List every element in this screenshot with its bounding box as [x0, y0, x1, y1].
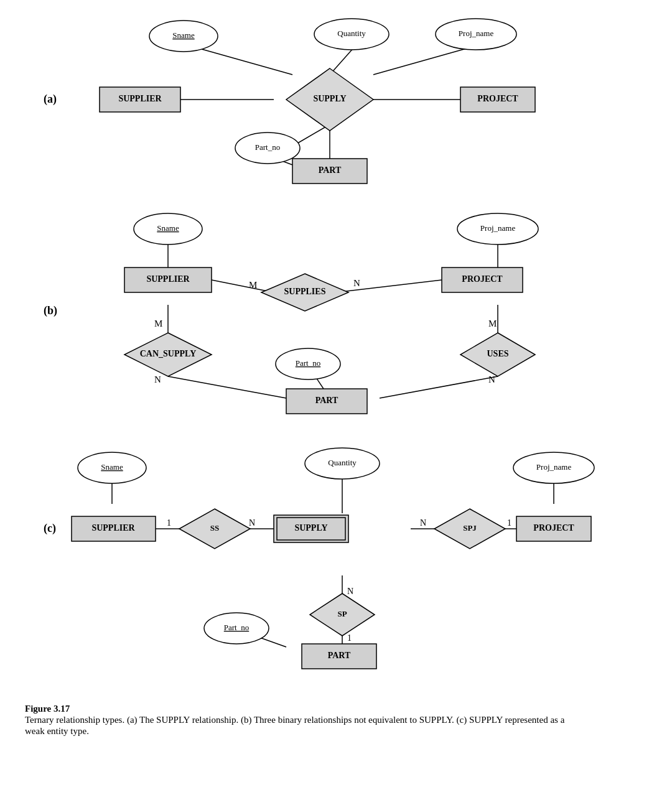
entity-supplier-b: SUPPLIER	[124, 268, 212, 292]
svg-text:PART: PART	[315, 396, 338, 405]
rel-ss-c: SS	[179, 509, 250, 549]
rel-spj-c: SPJ	[434, 509, 505, 549]
rel-sp-c: SP	[310, 593, 375, 636]
caption-title: Figure 3.17	[25, 704, 70, 714]
svg-line-1	[330, 47, 355, 75]
svg-text:PROJECT: PROJECT	[533, 523, 574, 533]
svg-text:Quantity: Quantity	[337, 29, 366, 38]
caption-text: Ternary relationship types. (a) The SUPP…	[25, 715, 564, 736]
svg-line-2	[373, 47, 473, 75]
attr-partno-c: Part_no	[204, 613, 269, 644]
cardinality-1-spj: 1	[507, 518, 511, 528]
svg-text:SP: SP	[337, 609, 347, 618]
svg-line-31	[380, 376, 498, 398]
svg-text:SS: SS	[210, 523, 219, 533]
svg-text:Sname: Sname	[157, 223, 179, 233]
svg-text:Sname: Sname	[172, 30, 195, 40]
cardinality-m1: M	[249, 280, 257, 290]
entity-supply-c: SUPPLY	[274, 515, 348, 542]
svg-text:Proj_name: Proj_name	[536, 462, 572, 472]
caption: Figure 3.17 Ternary relationship types. …	[25, 697, 585, 737]
entity-project-a: PROJECT	[460, 87, 535, 112]
svg-text:Proj_name: Proj_name	[480, 223, 516, 233]
svg-text:CAN_SUPPLY: CAN_SUPPLY	[140, 349, 197, 358]
rel-supply-a: SUPPLY	[286, 68, 373, 131]
section-label-b: (b)	[44, 304, 57, 317]
svg-text:PART: PART	[328, 651, 351, 660]
cardinality-n1: N	[353, 278, 360, 288]
cardinality-n-spj: N	[420, 518, 426, 528]
cardinality-n3: N	[488, 375, 495, 384]
entity-part-c: PART	[302, 644, 376, 669]
entity-supplier-a: SUPPLIER	[100, 87, 180, 112]
entity-project-b: PROJECT	[442, 268, 523, 292]
svg-text:SUPPLIER: SUPPLIER	[91, 523, 135, 533]
cardinality-1-ss: 1	[167, 518, 171, 528]
svg-text:Part_no: Part_no	[296, 358, 320, 368]
cardinality-n2: N	[154, 375, 161, 384]
svg-text:Quantity: Quantity	[328, 458, 357, 467]
attr-quantity-a: Quantity	[314, 19, 389, 50]
svg-text:PROJECT: PROJECT	[462, 274, 503, 284]
attr-sname-c: Sname	[78, 452, 146, 483]
entity-part-a: PART	[292, 159, 367, 184]
attr-sname-a: Sname	[149, 21, 218, 52]
attr-partno-b: Part_no	[276, 348, 340, 379]
attr-quantity-c: Quantity	[305, 448, 380, 479]
attr-projname-a: Proj_name	[436, 19, 516, 50]
section-label-a: (a)	[44, 93, 57, 106]
rel-supplies-b: SUPPLIES	[261, 274, 348, 311]
svg-text:SUPPLY: SUPPLY	[294, 523, 327, 533]
attr-partno-a: Part_no	[235, 133, 300, 164]
cardinality-1-sp: 1	[347, 633, 352, 643]
rel-cansupply-b: CAN_SUPPLY	[124, 333, 212, 376]
svg-line-0	[193, 47, 292, 75]
entity-supplier-c: SUPPLIER	[72, 516, 156, 541]
diagram-a: (a) Sname Quantity Proj_name Part_no SUP…	[25, 12, 647, 187]
rel-uses-b: USES	[460, 333, 535, 376]
svg-text:SUPPLIER: SUPPLIER	[146, 274, 190, 284]
cardinality-n-ss: N	[249, 518, 255, 528]
svg-text:Part_no: Part_no	[224, 623, 249, 632]
cardinality-m2: M	[154, 319, 162, 328]
attr-projname-c: Proj_name	[513, 452, 594, 483]
svg-text:Proj_name: Proj_name	[459, 29, 494, 38]
svg-text:SUPPLY: SUPPLY	[313, 94, 346, 103]
attr-projname-b: Proj_name	[457, 213, 538, 244]
svg-text:Sname: Sname	[101, 462, 123, 472]
svg-text:SUPPLIER: SUPPLIER	[118, 94, 162, 103]
diagram-c: (c) Sname Quantity Proj_name Part_no SUP…	[25, 442, 647, 678]
svg-text:Part_no: Part_no	[255, 142, 280, 152]
svg-line-27	[336, 280, 442, 292]
entity-project-c: PROJECT	[516, 516, 591, 541]
diagram-b: (b) Sname Proj_name Part_no SUPPLIER SUP…	[25, 205, 647, 423]
attr-sname-b: Sname	[134, 213, 202, 244]
section-label-c: (c)	[44, 522, 56, 535]
svg-line-26	[212, 280, 274, 292]
svg-text:PART: PART	[319, 165, 342, 175]
svg-text:SUPPLIES: SUPPLIES	[284, 287, 326, 296]
cardinality-m3: M	[488, 319, 497, 328]
svg-text:PROJECT: PROJECT	[477, 94, 518, 103]
svg-line-29	[168, 376, 286, 398]
entity-part-b: PART	[286, 389, 367, 414]
svg-text:USES: USES	[487, 349, 508, 358]
svg-text:SPJ: SPJ	[463, 523, 477, 533]
cardinality-n-sp: N	[347, 587, 353, 596]
